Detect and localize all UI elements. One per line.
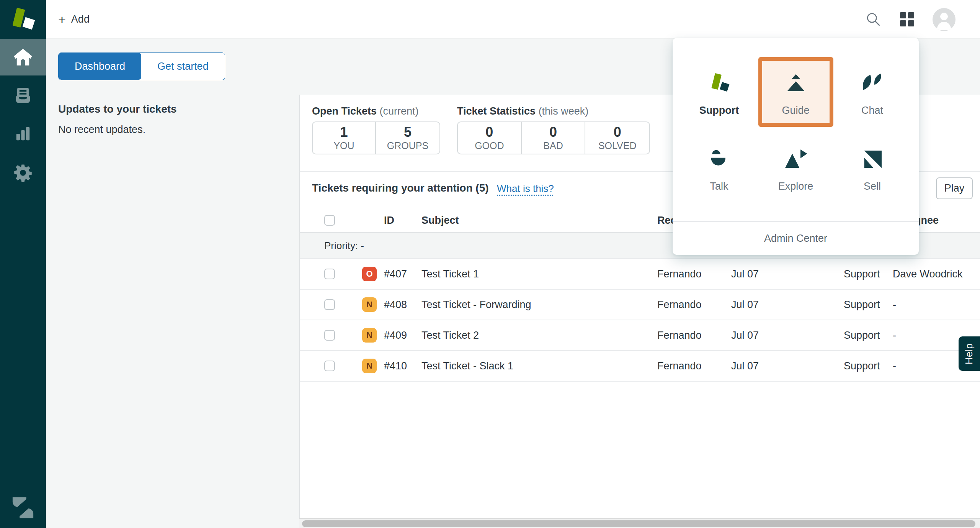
select-all-checkbox[interactable] (324, 215, 335, 226)
avatar-person-icon (940, 13, 948, 20)
table-row[interactable]: N #410 Test Ticket - Slack 1 Fernando Ju… (300, 351, 980, 382)
ticket-id: #407 (384, 268, 407, 280)
ticket-requester: Fernando (657, 330, 702, 341)
home-icon (13, 48, 33, 66)
zendesk-dashboard: + Add Dashboard Get started Updates to y… (0, 0, 980, 528)
col-subject: Subject (421, 215, 459, 226)
add-button[interactable]: + Add (58, 0, 90, 39)
status-badge-new: N (362, 328, 377, 343)
tab-dashboard[interactable]: Dashboard (59, 53, 141, 80)
ticket-assignee: - (893, 360, 896, 372)
ticket-assignee: Dave Woodrick (893, 268, 963, 280)
open-tickets-label: Open Tickets (current) (312, 105, 419, 117)
status-badge-new: N (362, 297, 377, 312)
ticket-rows: O #407 Test Ticket 1 Fernando Jul 07 Sup… (300, 259, 980, 382)
gear-icon (14, 164, 32, 182)
tray-item-chat[interactable]: Chat (835, 57, 910, 127)
row-checkbox[interactable] (324, 269, 335, 279)
ticket-statistics-label: Ticket Statistics (this week) (457, 105, 588, 117)
tray-item-sell[interactable]: Sell (835, 133, 910, 203)
stat-solved[interactable]: 0 SOLVED (585, 122, 649, 154)
updates-panel: Updates to your tickets No recent update… (46, 95, 299, 528)
product-tray-popup: Support Guide Chat (673, 38, 919, 255)
apps-grid-icon[interactable] (900, 12, 914, 26)
status-badge-new: N (362, 359, 377, 373)
stat-open-you[interactable]: 1 YOU (313, 122, 376, 154)
ticket-assignee: - (893, 299, 896, 311)
sell-icon (860, 141, 885, 178)
table-row[interactable]: N #409 Test Ticket 2 Fernando Jul 07 Sup… (300, 320, 980, 351)
ticket-date: Jul 07 (731, 330, 759, 341)
guide-icon (784, 66, 808, 102)
ticket-group: Support (844, 299, 880, 311)
ticket-date: Jul 07 (731, 360, 759, 372)
play-button[interactable]: Play (936, 177, 973, 199)
stat-good[interactable]: 0 GOOD (458, 122, 522, 154)
search-icon[interactable] (866, 11, 882, 28)
topbar: + Add (46, 0, 980, 39)
updates-empty-text: No recent updates. (58, 124, 145, 136)
sidebar (0, 0, 46, 528)
avatar[interactable] (933, 8, 956, 31)
ticket-subject[interactable]: Test Ticket - Slack 1 (421, 360, 513, 372)
add-label: Add (71, 13, 90, 25)
explore-icon (784, 141, 808, 178)
zendesk-support-logo-icon[interactable] (0, 0, 46, 39)
updates-heading: Updates to your tickets (58, 103, 177, 115)
sidebar-item-views[interactable] (0, 82, 46, 110)
what-is-this-link[interactable]: What is this? (497, 183, 554, 195)
sidebar-item-reports[interactable] (0, 120, 46, 148)
col-id: ID (384, 215, 394, 226)
help-tab[interactable]: Help (959, 336, 980, 371)
ticket-subject[interactable]: Test Ticket 2 (421, 330, 479, 341)
admin-center-link[interactable]: Admin Center (673, 221, 919, 255)
ticket-id: #408 (384, 299, 407, 311)
horizontal-scrollbar (299, 518, 980, 528)
ticket-statistics-card: 0 GOOD 0 BAD 0 SOLVED (457, 121, 650, 154)
ticket-group: Support (844, 360, 880, 372)
ticket-group: Support (844, 268, 880, 280)
row-checkbox[interactable] (324, 330, 335, 341)
status-badge-open: O (362, 267, 377, 281)
tab-get-started[interactable]: Get started (141, 53, 225, 80)
ticket-date: Jul 07 (731, 268, 759, 280)
reports-icon (14, 125, 32, 143)
ticket-requester: Fernando (657, 299, 702, 311)
talk-icon (707, 141, 732, 178)
scrollbar-thumb[interactable] (302, 520, 975, 527)
attention-heading: Tickets requiring your attention (5) (312, 182, 489, 194)
ticket-requester: Fernando (657, 268, 702, 280)
stat-open-groups[interactable]: 5 GROUPS (376, 122, 439, 154)
ticket-requester: Fernando (657, 360, 702, 372)
views-icon (14, 87, 32, 105)
zendesk-logo-icon (0, 496, 46, 520)
ticket-subject[interactable]: Test Ticket - Forwarding (421, 299, 531, 311)
stat-bad[interactable]: 0 BAD (522, 122, 586, 154)
tray-item-talk[interactable]: Talk (682, 133, 757, 203)
row-checkbox[interactable] (324, 299, 335, 310)
support-icon (707, 66, 732, 102)
ticket-group: Support (844, 330, 880, 341)
ticket-subject[interactable]: Test Ticket 1 (421, 268, 479, 280)
row-checkbox[interactable] (324, 361, 335, 371)
dashboard-tabs: Dashboard Get started (58, 52, 225, 80)
table-row[interactable]: O #407 Test Ticket 1 Fernando Jul 07 Sup… (300, 259, 980, 290)
ticket-id: #410 (384, 360, 407, 372)
ticket-assignee: - (893, 330, 896, 341)
open-tickets-card: 1 YOU 5 GROUPS (312, 121, 440, 154)
sidebar-item-home[interactable] (0, 39, 46, 75)
sidebar-item-settings[interactable] (0, 159, 46, 187)
plus-icon: + (58, 13, 66, 26)
tray-item-guide[interactable]: Guide (758, 57, 833, 127)
chat-icon (860, 66, 885, 102)
ticket-date: Jul 07 (731, 299, 759, 311)
ticket-id: #409 (384, 330, 407, 341)
tray-item-explore[interactable]: Explore (758, 133, 833, 203)
tray-item-support[interactable]: Support (682, 57, 757, 127)
table-row[interactable]: N #408 Test Ticket - Forwarding Fernando… (300, 290, 980, 320)
